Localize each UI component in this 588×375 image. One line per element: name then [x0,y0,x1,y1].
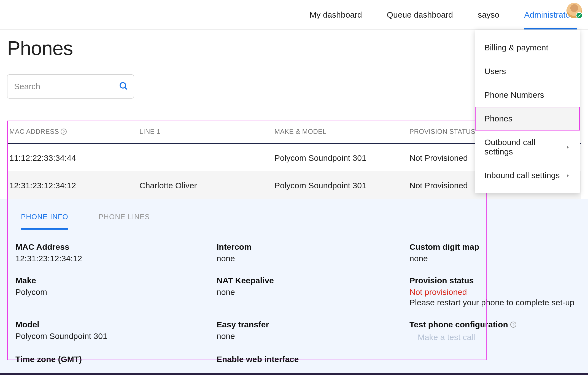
field-model: Model Polycom Soundpoint 301 [15,320,217,342]
field-value: none [409,254,581,263]
field-value: none [217,287,409,297]
cell-line1: Charlotte Oliver [139,181,274,190]
field-value: Polycom Soundpoint 301 [15,331,217,341]
menu-phone-numbers[interactable]: Phone Numbers [475,83,580,107]
status-check-icon [576,12,582,19]
field-label: Custom digit map [409,242,581,252]
menu-label: Phone Numbers [484,90,544,100]
chevron-right-icon [565,171,570,180]
field-label: MAC Address [15,242,217,252]
menu-label: Billing & payment [484,43,548,52]
tab-phone-info[interactable]: PHONE INFO [21,213,68,230]
nav-my-dashboard[interactable]: My dashboard [310,0,362,29]
field-label: Easy transfer [217,320,409,329]
menu-inbound-call-settings[interactable]: Inbound call settings [475,164,580,187]
field-value: none [217,331,409,341]
col-header-mac[interactable]: MAC ADDRESS ? [7,128,139,135]
field-label: Make [15,276,217,285]
field-make: Make Polycom [15,276,217,307]
field-timezone: Time zone (GMT) [15,355,217,366]
field-digit-map: Custom digit map none [409,242,581,263]
make-test-call-link[interactable]: Make a test call [418,333,581,342]
field-value: Polycom [15,287,217,297]
field-label: Enable web interface [217,355,409,364]
cell-mac: 12:31:23:12:34:12 [7,181,139,190]
help-icon[interactable]: ? [510,322,516,328]
field-label: Intercom [217,242,409,252]
field-enable-web: Enable web interface [217,355,409,366]
detail-grid: MAC Address 12:31:23:12:34:12 Intercom n… [7,230,581,366]
cell-make: Polycom Soundpoint 301 [274,181,409,190]
svg-line-1 [125,88,127,89]
menu-label: Users [484,67,506,76]
svg-point-0 [120,83,126,88]
help-icon[interactable]: ? [61,129,67,135]
field-label-text: Test phone configuration [409,320,508,329]
field-label: NAT Keepalive [217,276,409,285]
search-box[interactable] [7,74,134,99]
field-value: Not provisioned [409,287,581,297]
tab-phone-lines[interactable]: PHONE LINES [99,213,150,230]
menu-label: Inbound call settings [484,171,560,180]
top-nav: My dashboard Queue dashboard sayso Admin… [0,0,588,30]
field-intercom: Intercom none [217,242,409,263]
col-header-line1[interactable]: LINE 1 [139,128,274,135]
user-avatar[interactable] [567,3,582,18]
menu-users[interactable]: Users [475,59,580,83]
field-label: Model [15,320,217,329]
field-label: Test phone configuration ? [409,320,581,329]
detail-tabs: PHONE INFO PHONE LINES [7,199,581,230]
field-value: 12:31:23:12:34:12 [15,254,217,263]
field-note: Please restart your phone to complete se… [409,298,581,307]
nav-queue-dashboard[interactable]: Queue dashboard [387,0,453,29]
field-label: Provision status [409,276,581,285]
search-input[interactable] [14,82,119,91]
chevron-right-icon [565,142,570,152]
col-header-label: MAC ADDRESS [9,128,59,135]
field-provision-status: Provision status Not provisioned Please … [409,276,581,307]
field-easy-transfer: Easy transfer none [217,320,409,342]
bottom-bar [0,373,588,375]
menu-billing-payment[interactable]: Billing & payment [475,36,580,59]
cell-make: Polycom Soundpoint 301 [274,153,409,163]
search-icon [119,81,128,92]
field-nat-keepalive: NAT Keepalive none [217,276,409,307]
field-value: none [217,254,409,263]
field-label: Time zone (GMT) [15,355,217,364]
field-mac: MAC Address 12:31:23:12:34:12 [15,242,217,263]
administrators-dropdown: Billing & payment Users Phone Numbers Ph… [475,30,580,193]
menu-outbound-call-settings[interactable]: Outbound call settings [475,131,580,164]
menu-label: Outbound call settings [484,138,565,156]
field-test-config: Test phone configuration ? Make a test c… [409,320,581,342]
menu-phones[interactable]: Phones [475,107,580,131]
nav-sayso[interactable]: sayso [478,0,499,29]
cell-mac: 11:12:22:33:34:44 [7,153,139,163]
phone-detail-panel: PHONE INFO PHONE LINES MAC Address 12:31… [0,199,588,375]
col-header-make[interactable]: MAKE & MODEL [274,128,409,135]
menu-label: Phones [484,114,513,123]
